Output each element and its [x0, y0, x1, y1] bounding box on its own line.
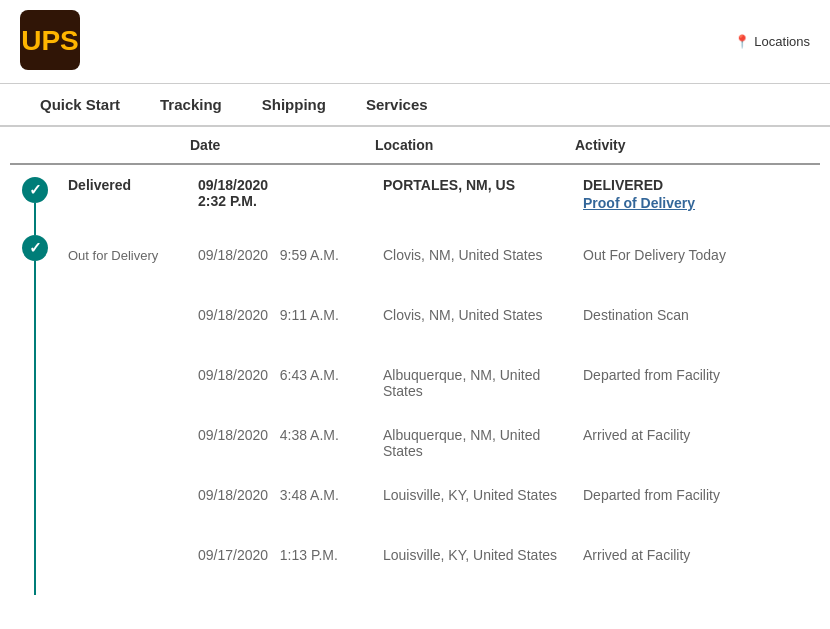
- timeline-4: [10, 415, 60, 475]
- activity-1: Out For Delivery Today: [575, 235, 820, 295]
- status-delivered: Delivered: [60, 165, 190, 235]
- location-3: Albuquerque, NM, United States: [375, 355, 575, 415]
- loc-value-0: PORTALES, NM, US: [383, 177, 515, 193]
- locations-label: Locations: [754, 34, 810, 49]
- table-row: 09/17/2020 1:13 P.M. Louisville, KY, Uni…: [10, 535, 820, 595]
- check-icon-1: ✓: [29, 239, 42, 257]
- th-date: Date: [190, 137, 375, 153]
- date-value-4: 09/18/2020: [198, 427, 268, 443]
- activity-value-1: Out For Delivery Today: [583, 247, 726, 263]
- check-icon: ✓: [29, 181, 42, 199]
- status-out: Out for Delivery: [60, 235, 190, 295]
- activity-value-3: Departed from Facility: [583, 367, 720, 383]
- timeline-line-5: [34, 475, 36, 535]
- time-value-4: 4:38 A.M.: [280, 427, 339, 443]
- loc-value-4: Albuquerque, NM, United States: [383, 427, 540, 459]
- status-label-0: Delivered: [68, 177, 131, 193]
- date-0: 09/18/2020 2:32 P.M.: [190, 165, 375, 235]
- loc-value-3: Albuquerque, NM, United States: [383, 367, 540, 399]
- timeline-line-4: [34, 415, 36, 475]
- status-4: [60, 415, 190, 475]
- th-location: Location: [375, 137, 575, 153]
- tracking-content: Date Location Activity ✓ Delivered 09/18…: [0, 127, 830, 595]
- date-4: 09/18/2020 4:38 A.M.: [190, 415, 375, 475]
- activity-3: Departed from Facility: [575, 355, 820, 415]
- timeline-line-6: [34, 535, 36, 595]
- time-value-6: 1:13 P.M.: [280, 547, 338, 563]
- table-row: 09/18/2020 9:11 A.M. Clovis, NM, United …: [10, 295, 820, 355]
- location-6: Louisville, KY, United States: [375, 535, 575, 595]
- th-timeline: [10, 137, 60, 153]
- date-value-0: 09/18/2020: [198, 177, 268, 193]
- timeline-line-1: [34, 261, 36, 295]
- activity-4: Arrived at Facility: [575, 415, 820, 475]
- time-value-5: 3:48 A.M.: [280, 487, 339, 503]
- date-1: 09/18/2020 9:59 A.M.: [190, 235, 375, 295]
- main-nav: Quick Start Tracking Shipping Services: [0, 84, 830, 127]
- th-activity: Activity: [575, 137, 820, 153]
- activity-value-6: Arrived at Facility: [583, 547, 690, 563]
- nav-quick-start[interactable]: Quick Start: [20, 84, 140, 125]
- table-row: 09/18/2020 3:48 A.M. Louisville, KY, Uni…: [10, 475, 820, 535]
- proof-of-delivery-link[interactable]: Proof of Delivery: [583, 195, 812, 211]
- timeline-out: ✓: [10, 235, 60, 295]
- table-header: Date Location Activity: [10, 127, 820, 165]
- activity-5: Departed from Facility: [575, 475, 820, 535]
- th-status: [60, 137, 190, 153]
- table-row: ✓ Out for Delivery 09/18/2020 9:59 A.M. …: [10, 235, 820, 295]
- nav-tracking[interactable]: Tracking: [140, 84, 242, 125]
- dot-out: ✓: [22, 235, 48, 261]
- header: UPS 📍 Locations: [0, 0, 830, 84]
- status-6: [60, 535, 190, 595]
- status-label-1: Out for Delivery: [68, 248, 158, 263]
- table-row: 09/18/2020 6:43 A.M. Albuquerque, NM, Un…: [10, 355, 820, 415]
- locations-link[interactable]: 📍 Locations: [734, 34, 810, 49]
- ups-logo: UPS: [20, 10, 80, 73]
- timeline-delivered: ✓: [10, 165, 60, 235]
- location-1: Clovis, NM, United States: [375, 235, 575, 295]
- loc-value-6: Louisville, KY, United States: [383, 547, 557, 563]
- status-2: [60, 295, 190, 355]
- timeline-line-0: [34, 203, 36, 235]
- table-row: 09/18/2020 4:38 A.M. Albuquerque, NM, Un…: [10, 415, 820, 475]
- location-4: Albuquerque, NM, United States: [375, 415, 575, 475]
- activity-6: Arrived at Facility: [575, 535, 820, 595]
- date-5: 09/18/2020 3:48 A.M.: [190, 475, 375, 535]
- timeline-2: [10, 295, 60, 355]
- date-value-2: 09/18/2020: [198, 307, 268, 323]
- date-value-1: 09/18/2020: [198, 247, 268, 263]
- time-value-1: 9:59 A.M.: [280, 247, 339, 263]
- loc-value-1: Clovis, NM, United States: [383, 247, 543, 263]
- activity-0: DELIVERED Proof of Delivery: [575, 165, 820, 235]
- nav-services[interactable]: Services: [346, 84, 448, 125]
- timeline-line-2: [34, 295, 36, 355]
- activity-value-5: Departed from Facility: [583, 487, 720, 503]
- activity-value-2: Destination Scan: [583, 307, 689, 323]
- pin-icon: 📍: [734, 34, 750, 49]
- status-5: [60, 475, 190, 535]
- activity-line1-0: DELIVERED: [583, 177, 663, 193]
- time-value-0: 2:32 P.M.: [198, 193, 257, 209]
- date-value-6: 09/17/2020: [198, 547, 268, 563]
- loc-value-2: Clovis, NM, United States: [383, 307, 543, 323]
- timeline-3: [10, 355, 60, 415]
- svg-text:UPS: UPS: [21, 25, 79, 56]
- nav-shipping[interactable]: Shipping: [242, 84, 346, 125]
- timeline-line-3: [34, 355, 36, 415]
- time-value-3: 6:43 A.M.: [280, 367, 339, 383]
- activity-2: Destination Scan: [575, 295, 820, 355]
- dot-delivered: ✓: [22, 177, 48, 203]
- status-3: [60, 355, 190, 415]
- date-6: 09/17/2020 1:13 P.M.: [190, 535, 375, 595]
- loc-value-5: Louisville, KY, United States: [383, 487, 557, 503]
- location-2: Clovis, NM, United States: [375, 295, 575, 355]
- date-value-5: 09/18/2020: [198, 487, 268, 503]
- date-2: 09/18/2020 9:11 A.M.: [190, 295, 375, 355]
- table-row: ✓ Delivered 09/18/2020 2:32 P.M. PORTALE…: [10, 165, 820, 235]
- timeline-5: [10, 475, 60, 535]
- activity-value-4: Arrived at Facility: [583, 427, 690, 443]
- date-3: 09/18/2020 6:43 A.M.: [190, 355, 375, 415]
- date-value-3: 09/18/2020: [198, 367, 268, 383]
- timeline-6: [10, 535, 60, 595]
- time-value-2: 9:11 A.M.: [280, 307, 339, 323]
